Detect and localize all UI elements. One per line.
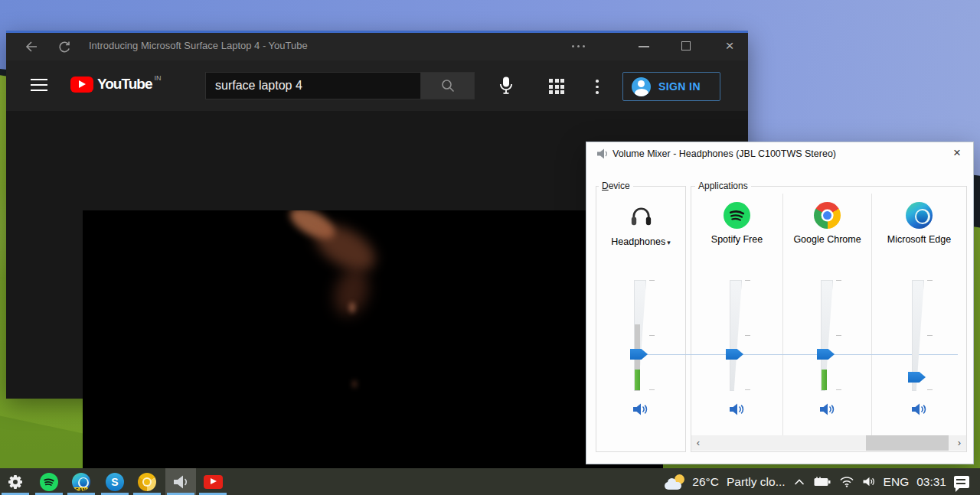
- taskbar-chrome-canary[interactable]: [132, 468, 162, 495]
- mute-button-device[interactable]: [596, 402, 685, 420]
- browser-titlebar: Introducing Microsoft Surface Laptop 4 -…: [6, 33, 748, 60]
- youtube-play-icon: [70, 77, 93, 93]
- mixer-column-spotify: Spotify Free: [691, 194, 782, 423]
- taskbar-edge-canary[interactable]: CAN: [66, 468, 96, 495]
- youtube-logo[interactable]: YouTube IN: [70, 76, 161, 93]
- spotify-icon: [40, 473, 58, 491]
- taskbar: CAN S 26°C: [0, 468, 980, 495]
- battery-icon[interactable]: [813, 476, 831, 488]
- gear-icon: [8, 474, 23, 490]
- app-name-spotify: Spotify Free: [691, 234, 782, 245]
- search-bar: [205, 72, 475, 99]
- canary-badge: CAN: [74, 487, 88, 491]
- skype-icon: S: [106, 473, 124, 491]
- search-button[interactable]: [421, 72, 475, 99]
- speaker-volume-icon: [818, 402, 837, 417]
- system-tray: 26°C Partly clo...: [665, 468, 980, 495]
- mixer-titlebar: Volume Mixer - Headphones (JBL C100TWS S…: [586, 142, 973, 165]
- taskbar-volume-mixer-active[interactable]: [165, 468, 196, 495]
- volume-mixer-window: Volume Mixer - Headphones (JBL C100TWS S…: [586, 142, 974, 464]
- refresh-icon[interactable]: [57, 39, 72, 54]
- kebab-menu-icon[interactable]: [596, 80, 599, 94]
- audio-level-meter: [635, 370, 640, 390]
- edge-volume-slider: [908, 280, 934, 391]
- device-dropdown[interactable]: Headphones▾: [596, 236, 685, 247]
- applications-group-label: Applications: [695, 181, 751, 191]
- maximize-button[interactable]: [681, 41, 691, 50]
- mixer-close-button[interactable]: ×: [946, 142, 969, 164]
- mute-button-spotify[interactable]: [691, 402, 782, 420]
- more-options-icon[interactable]: [572, 45, 585, 47]
- weather-text[interactable]: Partly clo...: [727, 475, 786, 489]
- desktop: About us_files Introducing Microsoft Sur…: [0, 0, 980, 495]
- wifi-icon[interactable]: [839, 476, 854, 487]
- temperature[interactable]: 26°C: [692, 475, 719, 489]
- chevron-down-icon: ▾: [667, 239, 671, 246]
- applications-scrollbar: ‹ ›: [691, 435, 966, 451]
- avatar-icon: [632, 77, 651, 96]
- mixer-column-chrome: Google Chrome: [783, 194, 871, 423]
- close-button[interactable]: ×: [718, 33, 741, 59]
- video-player[interactable]: [83, 210, 663, 476]
- app-name-chrome: Google Chrome: [783, 234, 871, 245]
- sign-in-label: SIGN IN: [658, 80, 701, 93]
- slider-track[interactable]: [730, 280, 742, 391]
- mute-button-chrome[interactable]: [783, 402, 871, 420]
- scrollbar-thumb[interactable]: [866, 435, 949, 451]
- edge-icon: [906, 202, 933, 229]
- weather-icon[interactable]: [665, 474, 686, 490]
- spotify-icon: [724, 202, 750, 229]
- mixer-column-device: Headphones▾: [596, 194, 685, 423]
- language-label[interactable]: ENG: [884, 475, 910, 489]
- app-name-edge: Microsoft Edge: [872, 234, 966, 245]
- scroll-right-arrow[interactable]: ›: [952, 435, 966, 451]
- mute-button-edge[interactable]: [872, 402, 966, 420]
- youtube-icon: [204, 475, 223, 489]
- device-volume-slider: [630, 280, 656, 391]
- speaker-volume-icon: [632, 402, 650, 417]
- chrome-volume-slider: [817, 280, 843, 391]
- hamburger-menu-icon[interactable]: [31, 79, 47, 91]
- mixer-title: Volume Mixer - Headphones (JBL C100TWS S…: [612, 142, 836, 165]
- action-center-icon[interactable]: [954, 476, 969, 488]
- back-icon[interactable]: [23, 39, 38, 54]
- microphone-icon[interactable]: [497, 76, 515, 96]
- apps-grid-icon[interactable]: [549, 79, 564, 94]
- slider-handle[interactable]: [817, 349, 835, 360]
- youtube-region-badge: IN: [154, 74, 161, 82]
- search-input[interactable]: [205, 72, 421, 99]
- search-icon: [440, 78, 456, 93]
- youtube-masthead: YouTube IN SIGN I: [6, 60, 748, 111]
- slider-handle[interactable]: [630, 349, 648, 360]
- speaker-icon: [596, 148, 609, 160]
- taskbar-settings[interactable]: [0, 468, 31, 495]
- device-group-label: Device: [599, 181, 633, 191]
- speaker-icon: [172, 474, 190, 490]
- speaker-volume-icon: [910, 402, 929, 417]
- spotify-volume-slider: [726, 280, 752, 391]
- clock[interactable]: 03:31: [916, 475, 946, 489]
- tray-chevron-up-icon[interactable]: [793, 478, 805, 486]
- taskbar-youtube[interactable]: [198, 468, 228, 495]
- chrome-canary-icon: [138, 473, 156, 491]
- scroll-left-arrow[interactable]: ‹: [691, 435, 705, 451]
- audio-level-meter: [822, 370, 827, 390]
- taskbar-spotify[interactable]: [34, 468, 64, 495]
- sign-in-button[interactable]: SIGN IN: [622, 72, 720, 101]
- minimize-button[interactable]: [639, 46, 649, 47]
- chrome-icon: [814, 202, 841, 229]
- tray-speaker-icon[interactable]: [862, 476, 876, 487]
- youtube-logo-text: YouTube: [97, 76, 152, 93]
- slider-handle[interactable]: [726, 349, 743, 360]
- cloud-icon: [665, 482, 681, 490]
- edge-canary-icon: CAN: [72, 473, 90, 491]
- scrollbar-track[interactable]: [705, 435, 952, 451]
- headphones-icon: [628, 202, 655, 229]
- slider-handle[interactable]: [908, 372, 926, 383]
- taskbar-skype[interactable]: S: [100, 468, 130, 495]
- browser-title: Introducing Microsoft Surface Laptop 4 -…: [89, 33, 308, 59]
- speaker-volume-icon: [728, 402, 746, 417]
- mixer-column-edge: Microsoft Edge: [872, 194, 966, 423]
